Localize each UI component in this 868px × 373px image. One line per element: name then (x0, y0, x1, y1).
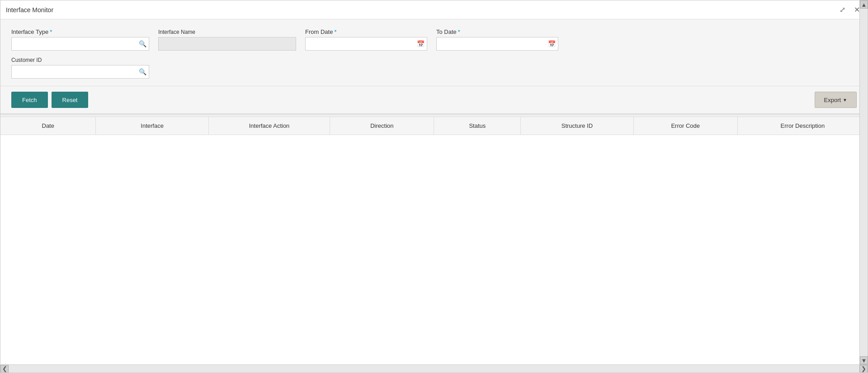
action-bar-right: Export ▼ (815, 92, 857, 108)
interface-type-wrapper: 🔍 (11, 37, 149, 51)
col-header-status: Status (434, 117, 521, 135)
scroll-down-button[interactable]: ▼ (860, 356, 868, 364)
fetch-button[interactable]: Fetch (11, 92, 48, 108)
col-header-interface-action: Interface Action (208, 117, 330, 135)
from-date-input[interactable] (305, 37, 427, 51)
export-label: Export (824, 97, 841, 103)
vertical-scrollbar[interactable]: ▲ ▼ (859, 0, 868, 364)
interface-name-group: Interface Name (158, 29, 296, 51)
main-window: Interface Monitor ⤢ ✕ Interface Type* 🔍 (0, 0, 868, 373)
title-actions: ⤢ ✕ (837, 5, 862, 15)
scroll-horizontal-track[interactable] (9, 365, 859, 373)
to-date-input[interactable] (436, 37, 558, 51)
header-row: Date Interface Interface Action Directio… (0, 117, 868, 135)
col-header-interface: Interface (96, 117, 208, 135)
scroll-left-button[interactable]: ❮ (0, 365, 9, 373)
interface-type-input[interactable] (11, 37, 149, 51)
to-date-wrapper: 📅 (436, 37, 558, 51)
to-date-label: To Date* (436, 28, 558, 35)
title-bar: Interface Monitor ⤢ ✕ (0, 0, 868, 19)
filter-row-1: Interface Type* 🔍 Interface Name (11, 28, 857, 51)
table-header: Date Interface Interface Action Directio… (0, 117, 868, 135)
to-date-group: To Date* 📅 (436, 28, 558, 51)
col-header-date: Date (0, 117, 96, 135)
customer-id-group: Customer ID 🔍 (11, 57, 149, 79)
from-date-group: From Date* 📅 (305, 28, 427, 51)
export-dropdown-icon: ▼ (843, 98, 847, 103)
from-date-wrapper: 📅 (305, 37, 427, 51)
expand-button[interactable]: ⤢ (837, 5, 848, 15)
customer-id-input[interactable] (11, 65, 149, 79)
interface-name-input[interactable] (158, 37, 296, 51)
table-section[interactable]: Date Interface Interface Action Directio… (0, 117, 868, 364)
from-date-required: * (334, 28, 336, 35)
action-bar: Fetch Reset Export ▼ (0, 86, 868, 114)
col-header-structure-id: Structure ID (521, 117, 633, 135)
export-button[interactable]: Export ▼ (815, 92, 857, 108)
filter-section: Interface Type* 🔍 Interface Name (0, 19, 868, 86)
scroll-right-button[interactable]: ❯ (859, 365, 868, 373)
data-table: Date Interface Interface Action Directio… (0, 117, 868, 135)
scroll-up-button[interactable]: ▲ (860, 0, 868, 9)
filter-row-2: Customer ID 🔍 (11, 57, 857, 79)
interface-type-label: Interface Type* (11, 28, 149, 35)
to-date-required: * (458, 28, 460, 35)
col-header-error-code: Error Code (633, 117, 737, 135)
action-bar-left: Fetch Reset (11, 92, 88, 108)
from-date-label: From Date* (305, 28, 427, 35)
interface-type-required: * (50, 28, 52, 35)
interface-type-group: Interface Type* 🔍 (11, 28, 149, 51)
col-header-error-description: Error Description (737, 117, 868, 135)
col-header-direction: Direction (330, 117, 434, 135)
window-title: Interface Monitor (6, 6, 53, 14)
main-content: Interface Type* 🔍 Interface Name (0, 19, 868, 373)
horizontal-scrollbar[interactable]: ❮ ❯ (0, 364, 868, 373)
interface-name-wrapper (158, 37, 296, 51)
customer-id-wrapper: 🔍 (11, 65, 149, 79)
interface-name-label: Interface Name (158, 29, 296, 35)
scroll-vertical-track[interactable] (860, 9, 868, 356)
customer-id-label: Customer ID (11, 57, 149, 63)
reset-button[interactable]: Reset (52, 92, 89, 108)
